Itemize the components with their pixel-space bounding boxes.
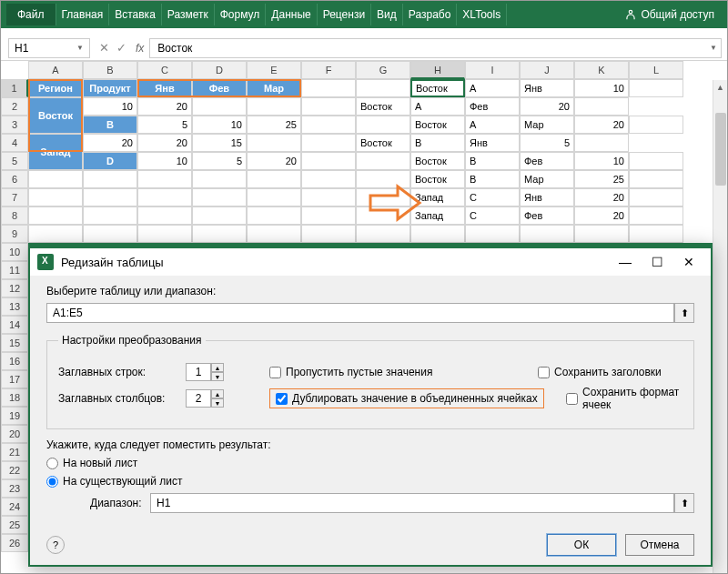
- cell[interactable]: C: [465, 206, 520, 225]
- keep-headers-checkbox[interactable]: Сохранить заголовки: [538, 366, 662, 378]
- cell[interactable]: Янв: [520, 188, 574, 206]
- cell[interactable]: Продукт: [83, 79, 137, 97]
- header-rows-spinner[interactable]: ▲▼: [186, 363, 224, 381]
- cell[interactable]: Фев: [192, 79, 247, 97]
- cell[interactable]: 20: [83, 134, 137, 152]
- cell[interactable]: [192, 206, 247, 225]
- col-header[interactable]: J: [520, 61, 574, 79]
- cell[interactable]: 25: [574, 170, 629, 188]
- cell[interactable]: B: [83, 116, 137, 134]
- row-header[interactable]: 9: [1, 225, 28, 243]
- cell[interactable]: A: [465, 79, 520, 97]
- row-header[interactable]: 15: [1, 334, 28, 352]
- cell[interactable]: Фев: [520, 206, 574, 225]
- vertical-scrollbar[interactable]: ▲: [713, 80, 727, 573]
- new-sheet-radio[interactable]: На новый лист: [46, 457, 694, 469]
- cell[interactable]: [301, 116, 356, 134]
- tab-formulas[interactable]: Формул: [215, 4, 267, 25]
- cell[interactable]: D: [83, 152, 137, 170]
- tab-xltools[interactable]: XLTools: [457, 4, 507, 25]
- col-header[interactable]: D: [192, 61, 247, 79]
- col-header[interactable]: A: [28, 61, 83, 79]
- cell[interactable]: [28, 225, 83, 243]
- cell[interactable]: Фев: [465, 97, 520, 116]
- col-header[interactable]: L: [629, 61, 683, 79]
- row-header[interactable]: 21: [1, 443, 28, 461]
- dest-range-input[interactable]: [150, 493, 674, 513]
- row-header[interactable]: 18: [1, 388, 28, 407]
- cell[interactable]: 10: [83, 97, 137, 116]
- cell[interactable]: 20: [247, 152, 301, 170]
- cell[interactable]: [574, 134, 629, 152]
- cell[interactable]: [301, 170, 356, 188]
- cell[interactable]: 20: [520, 97, 574, 116]
- cell[interactable]: [192, 225, 247, 243]
- cell[interactable]: [520, 225, 574, 243]
- cell[interactable]: [410, 225, 465, 243]
- cell[interactable]: [192, 188, 247, 206]
- row-header[interactable]: 20: [1, 425, 28, 443]
- maximize-button[interactable]: ☐: [652, 255, 663, 269]
- col-header[interactable]: F: [301, 61, 356, 79]
- cell[interactable]: [137, 206, 192, 225]
- cell[interactable]: [356, 225, 410, 243]
- cell[interactable]: [247, 225, 301, 243]
- cell[interactable]: [83, 170, 137, 188]
- cell[interactable]: [574, 97, 629, 116]
- cell[interactable]: Мар: [247, 79, 301, 97]
- tab-developer[interactable]: Разрабо: [403, 4, 458, 25]
- cell[interactable]: Восток: [410, 152, 465, 170]
- cell[interactable]: [83, 206, 137, 225]
- cell[interactable]: [356, 152, 410, 170]
- cell[interactable]: [28, 170, 83, 188]
- tab-insert[interactable]: Вставка: [109, 4, 162, 25]
- cell[interactable]: [574, 225, 629, 243]
- cell[interactable]: [356, 79, 410, 97]
- merged-cell[interactable]: Запад: [28, 134, 83, 170]
- cell[interactable]: B: [410, 134, 465, 152]
- tab-file[interactable]: Файл: [6, 4, 56, 25]
- row-header[interactable]: 6: [1, 170, 28, 188]
- cell[interactable]: A: [410, 97, 465, 116]
- cancel-button[interactable]: Отмена: [625, 534, 694, 556]
- tab-review[interactable]: Рецензи: [318, 4, 371, 25]
- cell[interactable]: [247, 170, 301, 188]
- cell[interactable]: Восток: [410, 79, 465, 97]
- existing-sheet-radio[interactable]: На существующий лист: [46, 475, 694, 488]
- cell[interactable]: Янв: [465, 134, 520, 152]
- row-header[interactable]: 24: [1, 498, 28, 516]
- cell[interactable]: Восток: [410, 116, 465, 134]
- row-header[interactable]: 26: [1, 534, 28, 552]
- row-header[interactable]: 8: [1, 206, 28, 225]
- row-header[interactable]: 5: [1, 152, 28, 170]
- cell[interactable]: [301, 79, 356, 97]
- cell[interactable]: A: [465, 116, 520, 134]
- tab-home[interactable]: Главная: [56, 4, 110, 25]
- cell[interactable]: [356, 116, 410, 134]
- row-header[interactable]: 3: [1, 116, 28, 134]
- share-button[interactable]: Общий доступ: [617, 4, 722, 25]
- scrollbar-thumb[interactable]: [715, 113, 726, 186]
- cell[interactable]: [28, 188, 83, 206]
- row-header[interactable]: 16: [1, 352, 28, 370]
- col-header[interactable]: C: [137, 61, 192, 79]
- cell[interactable]: Мар: [520, 170, 574, 188]
- row-header[interactable]: 7: [1, 188, 28, 206]
- cell[interactable]: [247, 188, 301, 206]
- cell[interactable]: 20: [137, 97, 192, 116]
- cell[interactable]: 25: [247, 116, 301, 134]
- cell[interactable]: 10: [192, 116, 247, 134]
- tab-view[interactable]: Вид: [371, 4, 403, 25]
- range-picker-button[interactable]: ⬆: [674, 493, 694, 513]
- cell[interactable]: [629, 188, 683, 206]
- help-button[interactable]: ?: [46, 536, 65, 554]
- cell[interactable]: [247, 134, 301, 152]
- col-header[interactable]: B: [83, 61, 137, 79]
- cell[interactable]: [83, 225, 137, 243]
- row-header[interactable]: 10: [1, 243, 28, 261]
- cell[interactable]: [192, 97, 247, 116]
- close-button[interactable]: ✕: [683, 255, 694, 269]
- cell[interactable]: [629, 225, 683, 243]
- cell[interactable]: [629, 116, 683, 134]
- source-range-input[interactable]: [46, 303, 674, 323]
